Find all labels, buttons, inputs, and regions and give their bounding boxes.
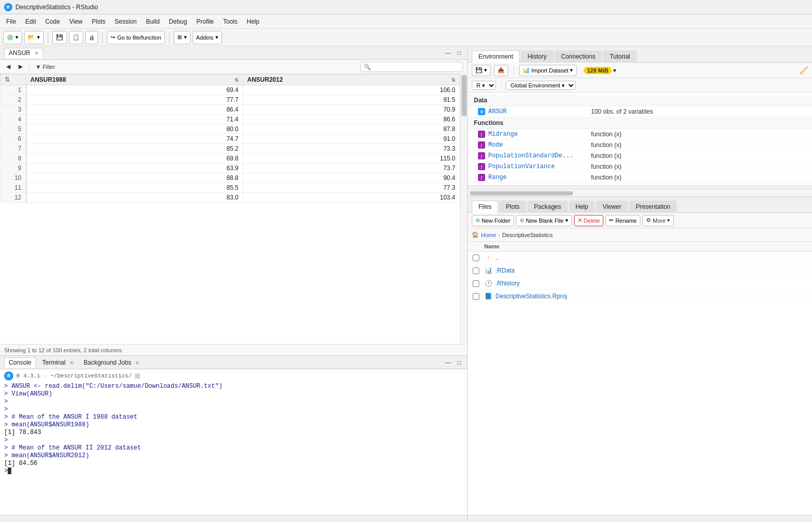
file-row-parent[interactable]: ↑ .. bbox=[468, 251, 812, 264]
breadcrumb-home[interactable]: Home bbox=[481, 232, 496, 238]
env-range-name: Range bbox=[488, 174, 591, 181]
cell-ansur2012: 91.5 bbox=[243, 95, 460, 105]
delete-button[interactable]: ✕ Delete bbox=[574, 215, 604, 226]
table-row: 1 69.4 106.0 bbox=[1, 85, 460, 95]
cell-ansur2012: 87.8 bbox=[243, 124, 460, 134]
menu-edit[interactable]: Edit bbox=[21, 17, 40, 26]
back-button[interactable]: ◀ bbox=[4, 62, 12, 71]
env-popvar-row[interactable]: ƒ PopulationVariance function (x) bbox=[468, 161, 812, 172]
files-header-row: Name bbox=[468, 242, 812, 251]
env-popstddev-name: PopulationStandardDe... bbox=[488, 152, 591, 159]
layout-button[interactable]: ⊞ ▾ bbox=[174, 31, 191, 44]
tab-viewer[interactable]: Viewer bbox=[596, 201, 628, 213]
func-icon-midrange: ƒ bbox=[478, 131, 485, 138]
tab-environment[interactable]: Environment bbox=[472, 50, 520, 63]
file-row-rdata[interactable]: 📊 .RData bbox=[468, 264, 812, 277]
menu-view[interactable]: View bbox=[65, 17, 87, 26]
parent-checkbox[interactable] bbox=[472, 255, 480, 261]
rdata-file-name[interactable]: .RData bbox=[495, 267, 808, 274]
tab-files[interactable]: Files bbox=[472, 201, 498, 213]
new-file-button[interactable]: ⊕ ▾ bbox=[3, 31, 22, 44]
env-resize-handle[interactable] bbox=[468, 185, 812, 189]
tab-presentation[interactable]: Presentation bbox=[629, 201, 677, 213]
menu-help[interactable]: Help bbox=[243, 17, 264, 26]
rproj-checkbox[interactable] bbox=[472, 293, 480, 300]
env-popstddev-row[interactable]: ƒ PopulationStandardDe... function (x) bbox=[468, 151, 812, 161]
data-tab-close[interactable]: ✕ bbox=[34, 50, 39, 56]
tab-background-jobs[interactable]: Background Jobs ✕ bbox=[80, 358, 143, 367]
menu-session[interactable]: Session bbox=[110, 17, 141, 26]
col-ansur1988-header[interactable]: ANSUR1988 ⇅ bbox=[26, 75, 243, 85]
tab-terminal[interactable]: Terminal ✕ bbox=[38, 358, 78, 367]
open-file-button[interactable]: 📂 ▾ bbox=[24, 31, 44, 44]
col-ansur2012-header[interactable]: ANSUR2012 ⇅ bbox=[243, 75, 460, 85]
print-button[interactable]: 🖨 bbox=[85, 31, 98, 44]
tab-packages[interactable]: Packages bbox=[527, 201, 568, 213]
layout-icon: ⊞ bbox=[177, 34, 182, 41]
tab-history[interactable]: History bbox=[521, 50, 553, 63]
go-to-file-button[interactable]: ↪ Go to file/function bbox=[107, 31, 165, 44]
left-bottom-scrollbar[interactable] bbox=[0, 515, 467, 522]
row-num: 4 bbox=[1, 115, 26, 124]
menu-file[interactable]: File bbox=[2, 17, 20, 26]
minimize-console-button[interactable]: — bbox=[443, 358, 453, 367]
data-tab-ansur[interactable]: ANSUR ✕ bbox=[4, 48, 43, 58]
tab-tutorial[interactable]: Tutorial bbox=[603, 50, 637, 63]
menu-tools[interactable]: Tools bbox=[219, 17, 242, 26]
env-sep-dot: · bbox=[500, 82, 502, 89]
env-midrange-name: Midrange bbox=[488, 131, 591, 138]
table-row: 10 88.8 90.4 bbox=[1, 173, 460, 183]
menu-code[interactable]: Code bbox=[41, 17, 64, 26]
maximize-console-button[interactable]: □ bbox=[455, 358, 463, 367]
more-button[interactable]: ⚙ More ▾ bbox=[642, 215, 674, 226]
forward-button[interactable]: ▶ bbox=[16, 62, 25, 71]
clear-env-button[interactable]: 🧹 bbox=[799, 66, 808, 75]
addins-button[interactable]: Addins ▾ bbox=[193, 31, 223, 44]
console-body[interactable]: R R 4.3.1 · ~/DescriptiveStatistics/ ⛓ >… bbox=[0, 369, 467, 515]
tab-plots[interactable]: Plots bbox=[499, 201, 526, 213]
go-to-file-label: Go to file/function bbox=[117, 34, 161, 41]
new-blank-file-button[interactable]: ⊕ New Blank File ▾ bbox=[516, 215, 571, 226]
save-button[interactable]: 💾 bbox=[52, 31, 67, 44]
r-selector[interactable]: R ▾ bbox=[472, 81, 496, 90]
search-input[interactable] bbox=[360, 62, 463, 72]
new-folder-button[interactable]: ⊕ New Folder bbox=[472, 215, 514, 226]
rdata-checkbox[interactable] bbox=[472, 267, 480, 274]
breadcrumb: 🏠 Home › DescriptiveStatistics bbox=[468, 228, 812, 242]
rproj-file-name[interactable]: DescriptiveStatistics.Rproj bbox=[495, 293, 808, 300]
terminal-close[interactable]: ✕ bbox=[69, 360, 73, 366]
data-scroll-v[interactable] bbox=[460, 74, 467, 344]
func-icon-popvar: ƒ bbox=[478, 163, 485, 170]
background-jobs-close[interactable]: ✕ bbox=[135, 360, 139, 366]
file-row-rproj[interactable]: 📘 DescriptiveStatistics.Rproj bbox=[468, 290, 812, 303]
menu-build[interactable]: Build bbox=[142, 17, 164, 26]
save-env-button[interactable]: 💾 ▾ bbox=[472, 65, 491, 76]
env-ansur-row[interactable]: ⊞ ANSUR 100 obs. of 2 variables bbox=[468, 106, 812, 117]
rename-button[interactable]: ✏ Rename bbox=[605, 215, 640, 226]
cell-ansur1988: 71.4 bbox=[26, 115, 243, 124]
tab-connections[interactable]: Connections bbox=[555, 50, 602, 63]
save-all-button[interactable]: 📋 bbox=[69, 31, 83, 44]
rhistory-file-name[interactable]: .Rhistory bbox=[495, 280, 808, 287]
menu-plots[interactable]: Plots bbox=[88, 17, 110, 26]
scroll-thumb[interactable] bbox=[462, 75, 467, 116]
env-midrange-row[interactable]: ƒ Midrange function (x) bbox=[468, 129, 812, 140]
env-h-scrollbar[interactable] bbox=[468, 189, 812, 196]
data-tab-label: ANSUR bbox=[9, 49, 30, 57]
import-dataset-button[interactable]: 📊 Import Dataset ▾ bbox=[519, 65, 577, 76]
global-env-selector[interactable]: Global Environment ▾ bbox=[506, 81, 576, 90]
load-env-button[interactable]: 📥 bbox=[494, 65, 508, 76]
menu-profile[interactable]: Profile bbox=[192, 17, 218, 26]
maximize-data-button[interactable]: □ bbox=[455, 48, 463, 58]
env-range-row[interactable]: ƒ Range function (x) bbox=[468, 172, 812, 183]
menu-debug[interactable]: Debug bbox=[165, 17, 191, 26]
env-mode-row[interactable]: ƒ Mode function (x) bbox=[468, 140, 812, 151]
filter-button[interactable]: ▼ Filter bbox=[33, 63, 57, 71]
parent-folder-name[interactable]: .. bbox=[495, 254, 808, 261]
right-bottom-scrollbar[interactable] bbox=[468, 515, 812, 522]
tab-help[interactable]: Help bbox=[569, 201, 595, 213]
rhistory-checkbox[interactable] bbox=[472, 280, 480, 287]
minimize-data-button[interactable]: — bbox=[443, 48, 453, 58]
file-row-rhistory[interactable]: 🕐 .Rhistory bbox=[468, 277, 812, 290]
tab-console[interactable]: Console bbox=[4, 357, 36, 368]
